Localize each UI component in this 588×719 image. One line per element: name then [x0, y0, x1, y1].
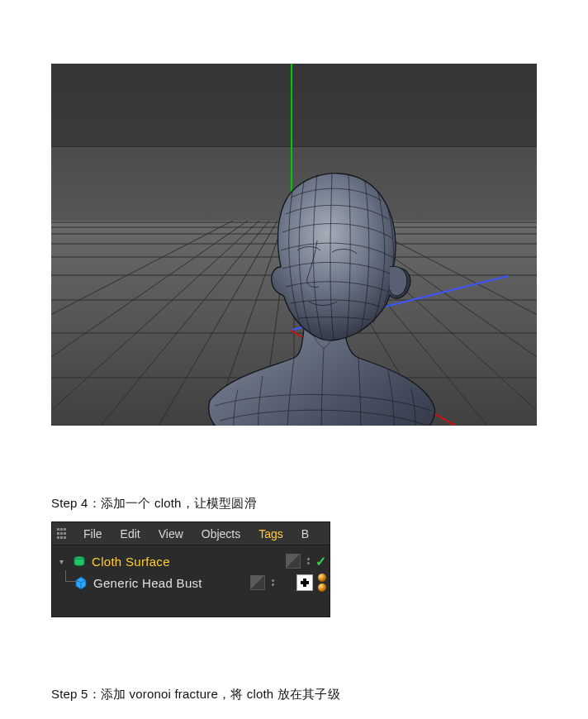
- enabled-check-icon[interactable]: ✓: [315, 554, 326, 569]
- menu-bookmarks[interactable]: B: [295, 527, 315, 540]
- layer-tag-icon[interactable]: [286, 554, 301, 569]
- visibility-dots-icon[interactable]: [306, 558, 311, 564]
- object-manager-menubar: File Edit View Objects Tags B: [52, 522, 330, 545]
- menu-view[interactable]: View: [152, 527, 190, 540]
- menu-tags[interactable]: Tags: [252, 527, 290, 540]
- step-4-text: Step 4：添加一个 cloth，让模型圆滑: [51, 493, 257, 513]
- visibility-dots-icon[interactable]: [270, 579, 275, 586]
- phong-tag-icon[interactable]: [318, 574, 326, 582]
- object-tree: ▾ Cloth Surface ✓: [52, 545, 330, 597]
- menu-objects[interactable]: Objects: [195, 527, 247, 540]
- panel-grip-icon[interactable]: [57, 528, 69, 540]
- tree-item-cloth-surface[interactable]: ▾ Cloth Surface ✓: [55, 550, 326, 572]
- head-bust-model: [195, 161, 444, 426]
- menu-edit[interactable]: Edit: [114, 527, 147, 540]
- cloth-surface-icon: [72, 554, 87, 569]
- tree-item-label: Cloth Surface: [92, 555, 170, 569]
- tree-item-label: Generic Head Bust: [93, 576, 202, 590]
- phong-tag-icon[interactable]: [318, 583, 326, 592]
- step-5-text: Step 5：添加 voronoi fracture，将 cloth 放在其子级: [51, 684, 340, 704]
- expander-icon[interactable]: ▾: [55, 555, 67, 567]
- tree-connector-line: [65, 570, 78, 582]
- selection-tag-icon[interactable]: [296, 574, 313, 591]
- viewport-screenshot: [51, 64, 537, 426]
- tree-item-head-bust[interactable]: Generic Head Bust: [55, 572, 326, 593]
- object-manager-panel: File Edit View Objects Tags B ▾ Cloth Su…: [51, 521, 330, 617]
- layer-tag-icon[interactable]: [250, 575, 265, 590]
- menu-file[interactable]: File: [77, 527, 109, 540]
